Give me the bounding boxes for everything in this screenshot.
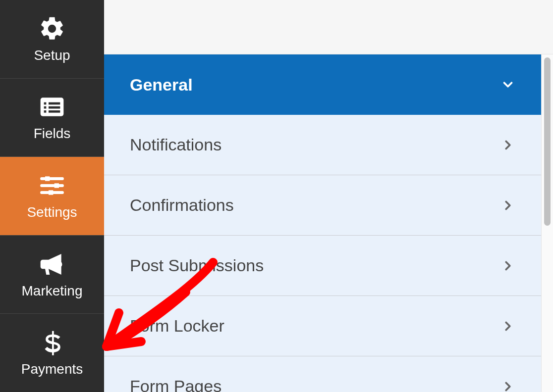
panel-section-label: Confirmations bbox=[130, 196, 234, 215]
chevron-right-icon bbox=[500, 379, 515, 392]
sidebar-item-label: Settings bbox=[27, 204, 77, 220]
chevron-down-icon bbox=[500, 77, 515, 92]
panel-section-general[interactable]: General bbox=[104, 54, 541, 115]
panel-section-confirmations[interactable]: Confirmations bbox=[104, 175, 541, 236]
chevron-right-icon bbox=[500, 138, 515, 152]
scrollbar-thumb[interactable] bbox=[544, 57, 551, 226]
sidebar-item-marketing[interactable]: Marketing bbox=[0, 235, 104, 314]
svg-rect-12 bbox=[49, 190, 53, 195]
panel-section-form-locker[interactable]: Form Locker bbox=[104, 296, 541, 356]
panel-section-notifications[interactable]: Notifications bbox=[104, 115, 541, 175]
svg-rect-1 bbox=[44, 102, 47, 105]
sidebar-item-setup[interactable]: Setup bbox=[0, 0, 104, 78]
panel-section-label: General bbox=[130, 75, 193, 95]
gear-icon bbox=[38, 15, 66, 43]
sidebar-item-payments[interactable]: Payments bbox=[0, 313, 104, 392]
sidebar-item-label: Setup bbox=[34, 48, 70, 63]
panel-section-form-pages[interactable]: Form Pages bbox=[104, 356, 541, 392]
svg-rect-8 bbox=[45, 176, 50, 181]
svg-rect-2 bbox=[49, 102, 60, 105]
chevron-right-icon bbox=[500, 319, 515, 334]
dollar-icon bbox=[38, 329, 66, 356]
sidebar-item-label: Fields bbox=[34, 126, 71, 142]
sidebar-item-settings[interactable]: Settings bbox=[0, 156, 104, 235]
panel-section-label: Post Submissions bbox=[130, 256, 264, 275]
panel-section-label: Notifications bbox=[130, 135, 221, 154]
panel-section-label: Form Locker bbox=[130, 316, 224, 336]
sidebar-item-fields[interactable]: Fields bbox=[0, 78, 104, 157]
main-area: General Notifications Confirmations bbox=[104, 0, 553, 392]
sidebar: Setup Fields Settings Marketing bbox=[0, 0, 104, 392]
svg-rect-4 bbox=[49, 106, 60, 109]
sliders-icon bbox=[38, 172, 66, 199]
panel-section-post-submissions[interactable]: Post Submissions bbox=[104, 236, 541, 296]
svg-rect-3 bbox=[44, 106, 47, 109]
panel-section-label: Form Pages bbox=[130, 377, 221, 392]
chevron-right-icon bbox=[500, 198, 515, 213]
settings-panel: General Notifications Confirmations bbox=[104, 54, 541, 392]
chevron-right-icon bbox=[500, 258, 515, 273]
list-icon bbox=[38, 93, 66, 121]
top-bar bbox=[104, 0, 553, 54]
svg-rect-10 bbox=[55, 183, 59, 188]
scrollbar[interactable] bbox=[541, 54, 553, 392]
sidebar-item-label: Payments bbox=[21, 361, 83, 377]
bullhorn-icon bbox=[38, 250, 66, 278]
svg-rect-5 bbox=[44, 110, 47, 113]
sidebar-item-label: Marketing bbox=[22, 283, 83, 299]
svg-rect-6 bbox=[49, 110, 60, 113]
